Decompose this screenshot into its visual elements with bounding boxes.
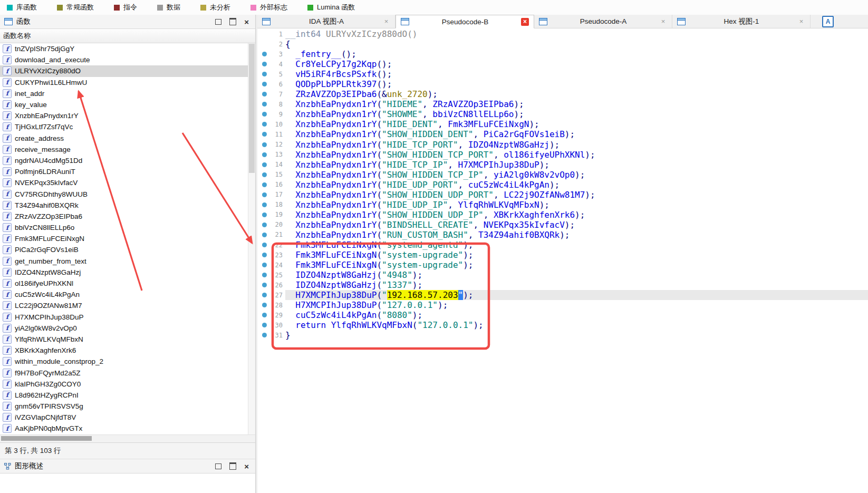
code-line[interactable]: 28 H7XMCPIhJup38DuP("127.0.0.1"); [257, 300, 868, 310]
function-list-item[interactable]: fwithin_module_constprop_2 [0, 356, 248, 367]
pseudocode-view[interactable]: 1__int64 ULRYvXzICzy880dO()2{3 _fentry__… [257, 28, 868, 493]
line-mark-dot[interactable] [262, 333, 267, 337]
function-list-item[interactable]: fPolfmjn6LDRAuniT [0, 166, 248, 177]
function-list-item[interactable]: fdownload_and_execute [0, 54, 248, 65]
vertical-scrollbar-thumb[interactable] [249, 44, 255, 173]
line-mark-dot[interactable] [262, 122, 267, 127]
code-line[interactable]: 14 XnzbhEaPnydxn1rY("HIDE_TCP_IP", H7XMC… [257, 160, 868, 170]
code-line[interactable]: 3 _fentry__(); [257, 49, 868, 59]
function-list-item[interactable]: fyiA2lg0kW8v2vOp0 [0, 323, 248, 334]
line-mark-dot[interactable] [262, 162, 267, 167]
line-mark-dot[interactable] [262, 323, 267, 327]
maximize-icon[interactable] [215, 463, 221, 469]
code-line[interactable]: 6 QODpPLbPPLRtk397(); [257, 79, 868, 89]
tab-close-icon[interactable]: × [521, 18, 529, 26]
function-list-item[interactable]: fXBKrkXaghfenXrk6 [0, 345, 248, 356]
code-line[interactable]: 24 Fmk3MFLuFCEiNxgN("system-upgrade"); [257, 260, 868, 270]
function-list-item[interactable]: fPiCa2rGqFOVs1eiB [0, 244, 248, 255]
line-mark-dot[interactable] [262, 303, 267, 307]
float-window-icon[interactable] [229, 462, 236, 470]
line-mark-dot[interactable] [262, 212, 267, 217]
code-line[interactable]: 8 XnzbhEaPnydxn1rY("HIDEME", ZRzAVZZOp3E… [257, 99, 868, 109]
function-list-item[interactable]: fT34Z94ahif0BXQRk [0, 200, 248, 211]
code-line[interactable]: 21 XnzbhEaPnydxn1rY("RUN_CUSTOM_BASH", T… [257, 230, 868, 240]
code-line[interactable]: 11 XnzbhEaPnydxn1rY("SHOW_HIDDEN_DENT", … [257, 129, 868, 139]
tab-pseudocode-a[interactable]: Pseudocode-A× [534, 15, 672, 28]
code-line[interactable]: 4 Cr8YeLCPy17g2Kqp(); [257, 59, 868, 69]
code-line[interactable]: 15 XnzbhEaPnydxn1rY("SHOW_HIDDEN_TCP_IP"… [257, 170, 868, 180]
line-mark-dot[interactable] [262, 223, 267, 227]
code-line[interactable]: 17 XnzbhEaPnydxn1rY("SHOW_HIDDEN_UDP_POR… [257, 190, 868, 200]
line-mark-dot[interactable] [262, 243, 267, 247]
function-list-item[interactable]: fTjHGxLtf7Zsf7qVc [0, 121, 248, 132]
function-list-item[interactable]: fZRzAVZZOp3EIPba6 [0, 211, 248, 222]
function-list-item[interactable]: ftnZVpIShr75djGgY [0, 43, 248, 54]
function-list-item[interactable]: fFmk3MFLuFCEiNxgN [0, 233, 248, 244]
tab-pseudocode-b[interactable]: Pseudocode-B× [396, 15, 534, 28]
function-list-vertical-scrollbar[interactable] [248, 43, 255, 434]
line-mark-dot[interactable] [262, 263, 267, 267]
line-mark-dot[interactable] [262, 253, 267, 257]
close-icon[interactable]: × [244, 462, 249, 470]
tab-close-icon[interactable]: × [659, 17, 667, 25]
function-list-item[interactable]: ff9H7BoFQyrMd2a5Z [0, 367, 248, 378]
function-list-item[interactable]: finet_addr [0, 88, 248, 99]
function-list-item[interactable]: fIDZO4NzptW8GaHzj [0, 267, 248, 278]
code-line[interactable]: 31} [257, 330, 868, 340]
maximize-icon[interactable] [215, 19, 221, 25]
line-mark-dot[interactable] [262, 52, 267, 56]
code-line[interactable]: 20 XnzbhEaPnydxn1rY("BINDSHELL_CREATE", … [257, 220, 868, 230]
function-list-item[interactable]: fCV75RGDhthy8WUUB [0, 188, 248, 199]
code-line[interactable]: 19 XnzbhEaPnydxn1rY("SHOW_HIDDEN_UDP_IP"… [257, 210, 868, 220]
code-line[interactable]: 22 Fmk3MFLuFCEiNxgN("systemd_agentd"); [257, 240, 868, 250]
tab-hex-1[interactable]: Hex 视图-1× [672, 15, 811, 28]
code-line[interactable]: 12 XnzbhEaPnydxn1rY("HIDE_TCP_PORT", IDZ… [257, 140, 868, 150]
function-list-item[interactable]: fCUKYPhwi1L6LHmwU [0, 77, 248, 88]
function-list-item[interactable]: fH7XMCPIhJup38DuP [0, 312, 248, 323]
code-line[interactable]: 5 vH5iRF4rBcsPSxfk(); [257, 69, 868, 79]
line-mark-dot[interactable] [262, 313, 267, 317]
tab-close-icon[interactable]: × [797, 17, 805, 25]
column-header-function-name[interactable]: 函数名称 [0, 29, 255, 43]
line-mark-dot[interactable] [262, 172, 267, 177]
line-mark-dot[interactable] [262, 192, 267, 197]
function-list-item[interactable]: fbbiVzCN8llELLp6o [0, 222, 248, 233]
function-list-item[interactable]: fXnzbhEaPnydxn1rY [0, 110, 248, 121]
line-mark-dot[interactable] [262, 293, 267, 297]
tab-close-icon[interactable]: × [382, 17, 390, 25]
function-list-item[interactable]: freceive_message [0, 144, 248, 155]
close-icon[interactable]: × [244, 18, 249, 26]
function-list-item[interactable]: fLC22j9OZfANw81M7 [0, 300, 248, 311]
line-mark-dot[interactable] [262, 92, 267, 96]
function-list-item[interactable]: fL8d962tHZygRCPnI [0, 390, 248, 401]
function-list-item[interactable]: fcreate_address [0, 133, 248, 144]
window-list-icon[interactable]: A [822, 16, 834, 27]
function-list-item[interactable]: fgnm56vTPIRSVSV5g [0, 401, 248, 412]
code-line[interactable]: 30 return YlfqRhWLKVqMFbxN("127.0.0.1"); [257, 320, 868, 330]
horizontal-scrollbar-thumb[interactable] [1, 436, 92, 441]
function-list-item[interactable]: fkey_value [0, 99, 248, 110]
function-list-item[interactable]: fngdrNAU4cdMg51Dd [0, 155, 248, 166]
line-mark-dot[interactable] [262, 152, 267, 157]
line-mark-dot[interactable] [262, 283, 267, 287]
float-window-icon[interactable] [229, 18, 236, 25]
line-mark-dot[interactable] [262, 72, 267, 76]
function-list-item[interactable]: fYlfqRhWLKVqMFbxN [0, 334, 248, 345]
code-line[interactable]: 29 cuC5zWc4iL4kPgAn("8080"); [257, 310, 868, 320]
function-list-item[interactable]: fULRYvXzICzy880dO [0, 65, 248, 76]
code-line[interactable]: 1__int64 ULRYvXzICzy880dO() [257, 29, 868, 39]
code-line[interactable]: 7 ZRzAVZZOp3EIPba6(&unk_2720); [257, 89, 868, 99]
line-mark-dot[interactable] [262, 233, 267, 237]
tab-ida-a[interactable]: IDA 视图-A× [257, 15, 396, 28]
line-mark-dot[interactable] [262, 273, 267, 277]
line-mark-dot[interactable] [262, 132, 267, 137]
function-list-item[interactable]: fcuC5zWc4iL4kPgAn [0, 289, 248, 300]
line-mark-dot[interactable] [262, 102, 267, 107]
line-mark-dot[interactable] [262, 82, 267, 86]
function-list-item[interactable]: fget_number_from_text [0, 256, 248, 267]
line-mark-dot[interactable] [262, 62, 267, 66]
line-mark-dot[interactable] [262, 112, 267, 117]
code-line[interactable]: 2{ [257, 39, 868, 49]
code-line[interactable]: 27 H7XMCPIhJup38DuP("192.168.57.203"); [257, 290, 868, 300]
code-line[interactable]: 10 XnzbhEaPnydxn1rY("HIDE_DENT", Fmk3MFL… [257, 119, 868, 129]
